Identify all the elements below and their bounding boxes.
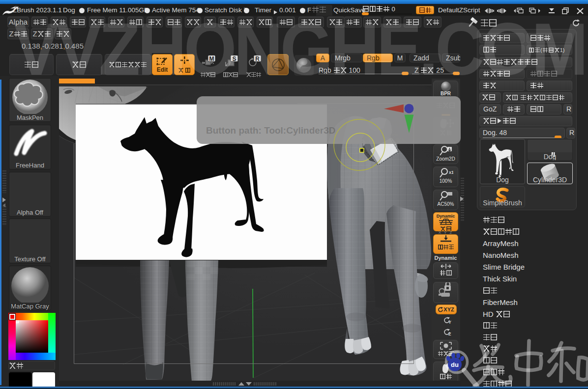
svg-text:Y: Y xyxy=(448,320,451,324)
svg-text:du: du xyxy=(451,361,459,368)
svg-text:x1: x1 xyxy=(449,170,453,175)
